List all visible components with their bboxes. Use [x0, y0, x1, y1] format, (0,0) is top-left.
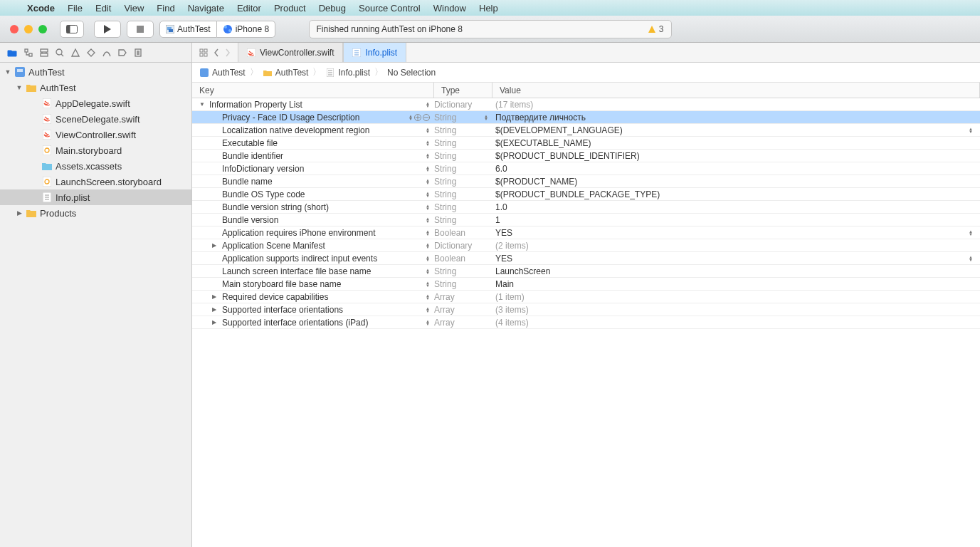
- stepper-icon[interactable]: ▲▼: [969, 230, 973, 236]
- stepper-icon[interactable]: ▲▼: [426, 243, 430, 249]
- plist-row[interactable]: Bundle version string (short)▲▼String1.0: [192, 201, 980, 214]
- plist-row[interactable]: Bundle OS Type code▲▼String$(PRODUCT_BUN…: [192, 188, 980, 201]
- plist-row[interactable]: Launch screen interface file base name▲▼…: [192, 265, 980, 278]
- stepper-icon[interactable]: ▲▼: [426, 281, 430, 287]
- plist-key[interactable]: Application supports indirect input even…: [192, 254, 434, 264]
- tree-row[interactable]: AppDelegate.swift: [0, 95, 191, 111]
- plist-value[interactable]: Main: [492, 279, 980, 289]
- plist-key[interactable]: InfoDictionary version▲▼: [192, 164, 434, 174]
- stepper-icon[interactable]: ▲▼: [426, 269, 430, 274]
- stepper-icon[interactable]: ▲▼: [426, 307, 430, 313]
- tab-info-plist[interactable]: Info.plist: [343, 43, 406, 62]
- plist-key[interactable]: Bundle identifier▲▼: [192, 151, 434, 161]
- jump-project[interactable]: AuthTest: [212, 68, 246, 78]
- disclosure-icon[interactable]: ▼: [16, 84, 23, 91]
- stepper-icon[interactable]: ▲▼: [426, 192, 430, 197]
- plist-row[interactable]: ▶Application Scene Manifest▲▼Dictionary(…: [192, 239, 980, 252]
- plist-value[interactable]: (17 items): [492, 100, 980, 110]
- left-panel-toggle[interactable]: [60, 21, 84, 38]
- stepper-icon[interactable]: ▲▼: [426, 217, 430, 223]
- plist-row[interactable]: InfoDictionary version▲▼String6.0: [192, 162, 980, 175]
- disclosure-icon[interactable]: ▼: [4, 68, 11, 75]
- stepper-icon[interactable]: ▲▼: [426, 153, 430, 159]
- header-value[interactable]: Value: [492, 83, 980, 98]
- menu-window[interactable]: Window: [433, 3, 466, 14]
- scheme-app[interactable]: AuthTest: [159, 21, 217, 38]
- plist-value[interactable]: (2 items): [492, 241, 980, 251]
- disclosure-icon[interactable]: ▶: [212, 306, 219, 313]
- plist-type[interactable]: String: [434, 202, 492, 212]
- stepper-icon[interactable]: ▲▼: [426, 102, 430, 108]
- warnings-badge[interactable]: 3: [648, 24, 664, 34]
- stepper-icon[interactable]: ▲▼: [426, 127, 430, 133]
- plist-key[interactable]: ▶Required device capabilities▲▼: [192, 292, 434, 302]
- plist-value[interactable]: 6.0: [492, 164, 980, 174]
- plist-type[interactable]: String: [434, 215, 492, 225]
- remove-icon[interactable]: [423, 114, 430, 121]
- issue-nav-icon[interactable]: [71, 48, 80, 57]
- plist-value[interactable]: $(PRODUCT_BUNDLE_PACKAGE_TYPE): [492, 189, 980, 199]
- plist-key[interactable]: Bundle OS Type code▲▼: [192, 189, 434, 199]
- jump-folder[interactable]: AuthTest: [275, 68, 309, 78]
- plist-key[interactable]: Privacy - Face ID Usage Description▲▼: [192, 113, 434, 123]
- stepper-icon[interactable]: ▲▼: [426, 204, 430, 210]
- tree-row[interactable]: Info.plist: [0, 189, 191, 205]
- tab-viewcontroller[interactable]: ViewController.swift: [238, 43, 343, 62]
- stepper-icon[interactable]: ▲▼: [969, 256, 973, 261]
- plist-key[interactable]: Bundle name▲▼: [192, 177, 434, 187]
- plist-row[interactable]: ▶Supported interface orientations (iPad)…: [192, 316, 980, 329]
- tree-row[interactable]: SceneDelegate.swift: [0, 111, 191, 127]
- window-controls[interactable]: [10, 25, 47, 33]
- plist-key[interactable]: Localization native development region▲▼: [192, 125, 434, 135]
- plist-row[interactable]: Application requires iPhone environment▲…: [192, 226, 980, 239]
- menu-editor[interactable]: Editor: [237, 3, 261, 14]
- plist-value[interactable]: YES▲▼: [492, 254, 980, 264]
- find-nav-icon[interactable]: [56, 48, 64, 57]
- header-type[interactable]: Type: [434, 83, 492, 98]
- stepper-icon[interactable]: ▲▼: [426, 140, 430, 146]
- nav-forward-icon[interactable]: [225, 48, 231, 57]
- plist-type[interactable]: String: [434, 125, 492, 135]
- plist-row[interactable]: ▼Information Property List▲▼Dictionary(1…: [192, 98, 980, 111]
- menu-debug[interactable]: Debug: [319, 3, 346, 14]
- plist-row[interactable]: Bundle name▲▼String$(PRODUCT_NAME): [192, 175, 980, 188]
- plist-row[interactable]: Bundle identifier▲▼String$(PRODUCT_BUNDL…: [192, 150, 980, 162]
- nav-back-icon[interactable]: [214, 48, 219, 57]
- tree-row[interactable]: ▶Products: [0, 205, 191, 221]
- tree-row[interactable]: ▼AuthTest: [0, 80, 191, 95]
- related-items-icon[interactable]: [199, 48, 208, 57]
- disclosure-icon[interactable]: ▶: [212, 293, 219, 300]
- scheme-selector[interactable]: AuthTest iPhone 8: [159, 21, 275, 38]
- menu-edit[interactable]: Edit: [95, 3, 111, 14]
- plist-value[interactable]: (3 items): [492, 305, 980, 315]
- plist-key[interactable]: ▶Supported interface orientations▲▼: [192, 305, 434, 315]
- plist-key[interactable]: Bundle version▲▼: [192, 215, 434, 225]
- project-navigator-icon[interactable]: [7, 48, 17, 57]
- stop-button[interactable]: [127, 21, 154, 38]
- breakpoint-nav-icon[interactable]: [118, 48, 127, 57]
- plist-key[interactable]: Bundle version string (short)▲▼: [192, 202, 434, 212]
- close-icon[interactable]: [10, 25, 19, 33]
- menu-product[interactable]: Product: [274, 3, 306, 14]
- plist-row[interactable]: Privacy - Face ID Usage Description▲▼Str…: [192, 111, 980, 124]
- run-button[interactable]: [94, 21, 121, 38]
- symbol-nav-icon[interactable]: [40, 48, 48, 57]
- navigator-tabs[interactable]: [0, 43, 191, 63]
- plist-value[interactable]: YES▲▼: [492, 228, 980, 238]
- plist-type[interactable]: Boolean: [434, 228, 492, 238]
- plist-row[interactable]: Localization native development region▲▼…: [192, 124, 980, 137]
- menu-find[interactable]: Find: [157, 3, 174, 14]
- menu-file[interactable]: File: [68, 3, 83, 14]
- plist-value[interactable]: Подтвердите личность: [492, 113, 980, 123]
- test-nav-icon[interactable]: [87, 48, 95, 57]
- stepper-icon[interactable]: ▲▼: [409, 115, 413, 120]
- project-tree[interactable]: ▼AuthTest▼AuthTestAppDelegate.swiftScene…: [0, 63, 191, 547]
- stepper-icon[interactable]: ▲▼: [426, 230, 430, 236]
- disclosure-icon[interactable]: ▶: [212, 319, 219, 325]
- plist-type[interactable]: Array: [434, 305, 492, 315]
- minimize-icon[interactable]: [24, 25, 33, 33]
- tree-row[interactable]: LaunchScreen.storyboard: [0, 174, 191, 189]
- plist-type[interactable]: String: [434, 189, 492, 199]
- disclosure-icon[interactable]: ▼: [199, 101, 206, 108]
- menu-view[interactable]: View: [124, 3, 144, 14]
